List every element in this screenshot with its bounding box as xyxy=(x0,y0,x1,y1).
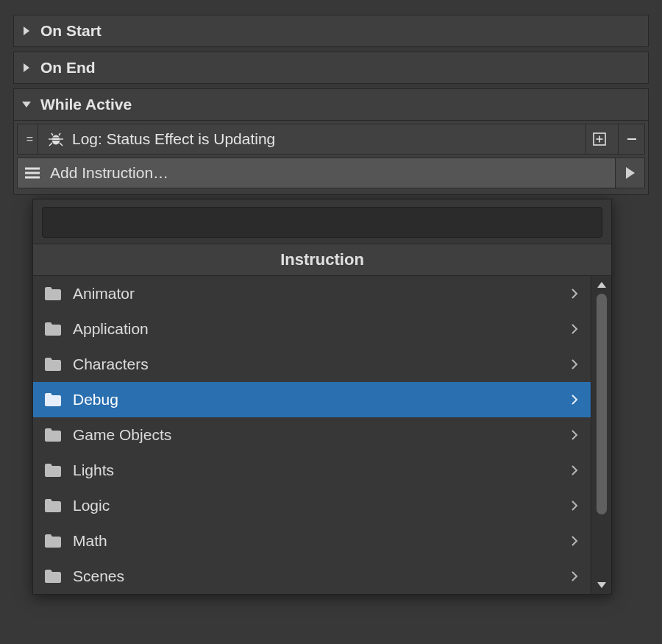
chevron-right-icon xyxy=(569,464,580,476)
category-label: Scenes xyxy=(73,567,558,585)
category-label: Application xyxy=(73,320,558,338)
section-body-while-active: = Log: Status Effect is Updating xyxy=(13,121,649,195)
chevron-right-icon xyxy=(569,358,580,370)
dropdown-header: Instruction xyxy=(33,244,611,276)
category-label: Animator xyxy=(73,285,558,302)
chevron-right-icon xyxy=(569,323,580,335)
search-input[interactable] xyxy=(42,207,602,238)
category-label: Characters xyxy=(73,355,558,373)
folder-icon xyxy=(43,322,63,336)
folder-icon xyxy=(43,463,63,478)
add-child-button[interactable] xyxy=(586,124,612,154)
list-icon xyxy=(22,166,43,180)
category-item-scenes[interactable]: Scenes xyxy=(33,559,591,594)
instruction-row[interactable]: = Log: Status Effect is Updating xyxy=(17,124,645,155)
section-on-end: On End xyxy=(13,52,649,84)
foldout-right-icon xyxy=(21,63,32,73)
dropdown-body: AnimatorApplicationCharactersDebugGame O… xyxy=(33,276,611,594)
category-label: Logic xyxy=(73,497,558,514)
folder-icon xyxy=(43,357,63,372)
chevron-right-icon xyxy=(569,288,580,300)
section-title: While Active xyxy=(40,96,132,113)
folder-icon xyxy=(43,569,63,584)
category-item-characters[interactable]: Characters xyxy=(33,347,591,382)
folder-icon xyxy=(43,286,63,301)
scroll-up-icon[interactable] xyxy=(591,277,611,292)
category-item-math[interactable]: Math xyxy=(33,523,591,559)
folder-icon xyxy=(43,534,63,548)
category-item-application[interactable]: Application xyxy=(33,311,591,347)
scrollbar-track[interactable] xyxy=(597,292,607,578)
play-button[interactable] xyxy=(615,158,644,188)
chevron-right-icon xyxy=(569,394,580,406)
chevron-right-icon xyxy=(569,535,580,547)
category-item-lights[interactable]: Lights xyxy=(33,453,591,488)
instruction-dropdown: Instruction AnimatorApplicationCharacter… xyxy=(32,199,612,595)
chevron-right-icon xyxy=(569,570,580,582)
dropdown-title: Instruction xyxy=(280,250,364,269)
instruction-label: Log: Status Effect is Updating xyxy=(72,130,580,148)
category-list: AnimatorApplicationCharactersDebugGame O… xyxy=(33,276,591,594)
section-while-active: While Active = Log: Status Effect is Upd… xyxy=(13,88,649,195)
drag-handle-icon[interactable]: = xyxy=(22,124,38,154)
category-label: Lights xyxy=(73,461,558,479)
section-on-start: On Start xyxy=(13,15,649,47)
foldout-right-icon xyxy=(21,26,32,36)
chevron-right-icon xyxy=(569,500,580,512)
category-item-animator[interactable]: Animator xyxy=(33,276,591,311)
category-label: Debug xyxy=(73,391,558,408)
folder-icon xyxy=(43,498,63,513)
bug-icon xyxy=(46,131,66,147)
category-label: Math xyxy=(73,532,558,550)
scrollbar-thumb[interactable] xyxy=(597,294,607,514)
scroll-down-icon[interactable] xyxy=(591,578,611,592)
section-header-on-end[interactable]: On End xyxy=(13,52,649,84)
section-title: On Start xyxy=(40,22,102,40)
section-header-while-active[interactable]: While Active xyxy=(13,88,649,121)
section-header-on-start[interactable]: On Start xyxy=(13,15,649,47)
category-item-logic[interactable]: Logic xyxy=(33,488,591,523)
search-wrap xyxy=(33,199,611,244)
folder-icon xyxy=(43,392,63,407)
category-item-debug[interactable]: Debug xyxy=(33,382,591,417)
scrollbar[interactable] xyxy=(591,276,611,594)
category-item-game-objects[interactable]: Game Objects xyxy=(33,417,591,453)
chevron-right-icon xyxy=(569,429,580,441)
folder-icon xyxy=(43,428,63,442)
add-instruction-row[interactable]: Add Instruction… xyxy=(17,158,645,188)
foldout-down-icon xyxy=(21,99,32,110)
remove-button[interactable] xyxy=(618,124,644,154)
category-label: Game Objects xyxy=(73,426,558,444)
add-instruction-label: Add Instruction… xyxy=(50,164,608,182)
section-title: On End xyxy=(40,59,96,77)
inspector-panel: On Start On End While Active = xyxy=(0,0,662,214)
